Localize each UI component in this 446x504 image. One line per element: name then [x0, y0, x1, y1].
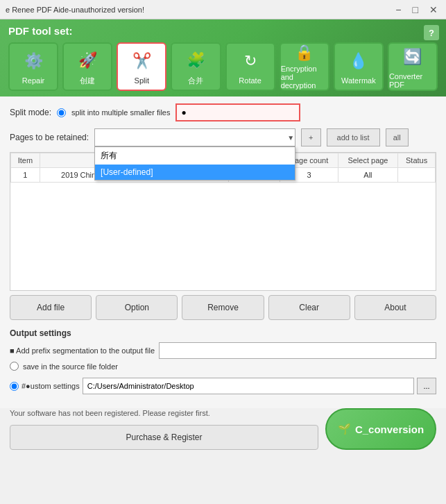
dropdown-item-all[interactable]: 所有: [95, 147, 295, 165]
split-radio-label: split into multiple smaller files: [71, 108, 170, 117]
toolbar-create[interactable]: 🚀 创建: [62, 42, 112, 91]
toolbar-watermark[interactable]: 💧 Watermak: [334, 42, 384, 91]
col-item: Item: [11, 153, 40, 168]
browse-button[interactable]: ...: [417, 378, 436, 394]
pdf-tool-label: PDF tool set:: [8, 25, 438, 37]
split-mode-label: Split mode:: [10, 108, 51, 117]
option-button[interactable]: Option: [96, 295, 178, 320]
dropdown-item-custom[interactable]: [User-defined]: [95, 165, 295, 180]
convert-button[interactable]: 🌱 C_conversion: [325, 408, 436, 450]
toolbar-merge[interactable]: 🧩 合并: [171, 42, 221, 91]
output-label: Output settings: [10, 328, 436, 338]
source-row: save in the source file folder: [10, 362, 436, 371]
convert-label: Converter PDF: [389, 72, 436, 89]
repair-label: Repair: [22, 76, 44, 85]
ok-pages-button[interactable]: add to list: [327, 128, 380, 146]
custom-settings-row: #●ustom settings ...: [10, 378, 436, 394]
cell-item: 1: [11, 168, 40, 183]
action-buttons: Add file Option Remove Clear About: [10, 295, 436, 320]
register-message: Your software has not been registered. P…: [10, 408, 318, 419]
title-text: e Renee PDF Aide-unauthorized version!: [6, 6, 144, 14]
convert-icon: 🌱: [338, 423, 351, 435]
clear-button[interactable]: Clear: [268, 295, 350, 320]
all-pages-button[interactable]: all: [386, 128, 409, 146]
prefix-input[interactable]: [159, 342, 436, 359]
toolbar-convert[interactable]: 🔄 Converter PDF: [388, 42, 438, 91]
title-bar: e Renee PDF Aide-unauthorized version! −…: [0, 0, 446, 19]
encrypt-label: Encryption and decryption: [281, 65, 328, 90]
bottom-area: Your software has not been registered. P…: [0, 408, 446, 455]
source-radio[interactable]: [10, 362, 19, 371]
rotate-icon: ↻: [238, 49, 263, 74]
repair-icon: ⚙️: [21, 49, 46, 74]
split-radio[interactable]: [57, 108, 66, 117]
add-pages-button[interactable]: +: [301, 128, 320, 146]
main-content: Split mode: split into multiple smaller …: [0, 96, 446, 408]
cell-status: [398, 168, 436, 183]
split-label: Split: [135, 76, 149, 85]
toolbar-split[interactable]: ✂️ Split: [117, 42, 166, 91]
add-file-button[interactable]: Add file: [10, 295, 92, 320]
convert-label: C_conversion: [355, 423, 424, 435]
custom-label: #●ustom settings: [22, 382, 80, 390]
encrypt-icon: 🔒: [292, 44, 317, 62]
create-label: 创建: [80, 76, 95, 86]
merge-label: 合并: [188, 76, 203, 86]
header: PDF tool set: ? ⚙️ Repair 🚀 创建 ✂️ Split …: [0, 19, 446, 96]
source-label: save in the source file folder: [23, 362, 118, 371]
title-controls: − □ ✕: [393, 4, 440, 15]
create-icon: 🚀: [75, 48, 100, 73]
toolbar-encrypt[interactable]: 🔒 Encryption and decryption: [280, 42, 329, 91]
about-button[interactable]: About: [354, 295, 436, 320]
custom-radio[interactable]: [10, 382, 19, 391]
pages-dropdown: 所有 [User-defined]: [94, 146, 295, 180]
pages-select-display[interactable]: [94, 128, 295, 146]
toolbar-repair[interactable]: ⚙️ Repair: [8, 42, 58, 91]
split-mode-row: Split mode: split into multiple smaller …: [10, 103, 436, 121]
custom-path-input[interactable]: [83, 378, 414, 394]
split-text-input[interactable]: [175, 103, 300, 121]
toolbar-rotate[interactable]: ↻ Rotate: [225, 42, 275, 91]
minimize-button[interactable]: −: [393, 4, 404, 15]
split-icon: ✂️: [129, 49, 154, 74]
cell-selectpage: All: [338, 168, 398, 183]
pages-label: Pages to be retained:: [10, 133, 89, 142]
prefix-row: ■ Add prefix segmentation to the output …: [10, 342, 436, 359]
watermark-icon: 💧: [346, 49, 371, 74]
purchase-button[interactable]: Purchase & Register: [10, 425, 318, 450]
pages-select-container: ▼ 所有 [User-defined]: [94, 128, 295, 146]
prefix-label: ■ Add prefix segmentation to the output …: [10, 346, 155, 355]
col-selectpage: Select page: [338, 153, 398, 168]
watermark-label: Watermak: [341, 76, 376, 85]
rotate-label: Rotate: [239, 76, 261, 85]
convert-icon: 🔄: [400, 44, 425, 69]
remove-button[interactable]: Remove: [182, 295, 264, 320]
pages-row: Pages to be retained: ▼ 所有 [User-defined…: [10, 128, 436, 146]
toolbar: ⚙️ Repair 🚀 创建 ✂️ Split 🧩 合并 ↻ Rotate 🔒 …: [8, 42, 438, 96]
help-button[interactable]: ?: [424, 25, 439, 40]
col-status: Status: [398, 153, 436, 168]
close-button[interactable]: ✕: [427, 4, 440, 15]
maximize-button[interactable]: □: [410, 4, 421, 15]
merge-icon: 🧩: [183, 48, 208, 73]
output-settings: Output settings ■ Add prefix segmentatio…: [10, 328, 436, 371]
